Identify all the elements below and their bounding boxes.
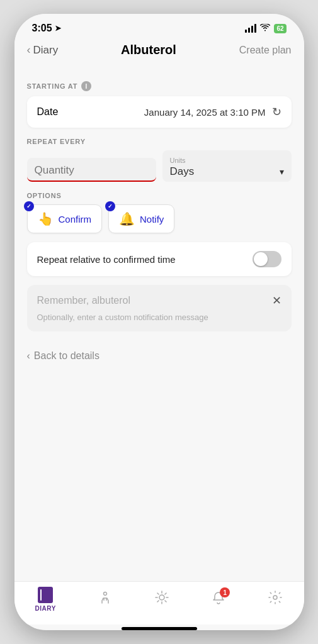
sun-icon <box>154 590 169 609</box>
units-value: Days <box>170 165 195 178</box>
location-arrow-icon: ➤ <box>55 24 61 33</box>
svg-line-7 <box>165 601 166 602</box>
nav-item-notifications[interactable]: 1 <box>211 590 226 609</box>
svg-point-0 <box>103 592 106 596</box>
repeat-relative-toggle-row: Repeat relative to confirmed time <box>27 242 292 276</box>
repeat-every-row: Units Days ▾ <box>27 150 292 182</box>
options-row: 👆 Confirm 🔔 Notify <box>27 204 292 233</box>
units-label: Units <box>170 157 284 164</box>
bottom-nav: DIARY <box>14 581 304 625</box>
svg-point-1 <box>159 595 164 600</box>
nav-diary-label: DIARY <box>35 605 56 612</box>
svg-line-6 <box>157 593 159 594</box>
repeat-every-label: REPEAT EVERY <box>27 138 292 145</box>
nav-item-diary[interactable]: DIARY <box>35 587 56 612</box>
repeat-relative-toggle[interactable] <box>253 251 281 267</box>
back-label: Diary <box>33 44 59 57</box>
svg-line-8 <box>157 601 159 602</box>
back-to-details-button[interactable]: ‹ Back to details <box>27 344 292 374</box>
notify-label: Notify <box>140 214 164 225</box>
options-label: OPTIONS <box>27 192 292 199</box>
page-title: Albuterol <box>121 43 176 57</box>
notification-placeholder: Remember, albuterol <box>37 295 131 306</box>
confirm-button[interactable]: 👆 Confirm <box>27 204 103 233</box>
date-value: January 14, 2025 at 3:10 PM <box>144 107 266 118</box>
starting-at-label: STARTING AT i <box>27 81 292 91</box>
create-plan-button[interactable]: Create plan <box>239 45 292 56</box>
nav-header: ‹ Diary Albuterol Create plan <box>14 38 304 65</box>
refresh-icon[interactable]: ↻ <box>272 105 281 119</box>
close-notification-button[interactable]: ✕ <box>272 294 281 308</box>
activity-icon <box>98 590 113 609</box>
notify-button[interactable]: 🔔 Notify <box>108 204 174 233</box>
date-card: Date January 14, 2025 at 3:10 PM ↻ <box>27 96 292 128</box>
notification-message-card: Remember, albuterol ✕ Optionally, enter … <box>27 285 292 331</box>
info-icon[interactable]: i <box>81 81 91 91</box>
chevron-down-icon: ▾ <box>280 167 284 177</box>
battery-icon: 62 <box>274 24 286 33</box>
main-content: STARTING AT i Date January 14, 2025 at 3… <box>14 65 304 581</box>
status-bar: 3:05 ➤ 62 <box>14 14 304 38</box>
back-details-chevron-icon: ‹ <box>27 350 30 362</box>
back-button[interactable]: ‹ Diary <box>27 43 59 57</box>
date-field-label: Date <box>37 106 59 118</box>
signal-icon <box>245 24 256 33</box>
quantity-input[interactable] <box>35 164 149 177</box>
toggle-label: Repeat relative to confirmed time <box>37 254 176 265</box>
diary-icon <box>38 587 53 603</box>
nav-item-activity[interactable] <box>98 590 113 609</box>
svg-point-10 <box>273 596 277 599</box>
status-time: 3:05 ➤ <box>32 23 61 34</box>
units-field[interactable]: Units Days ▾ <box>162 150 292 182</box>
home-indicator <box>122 627 197 630</box>
notification-hint: Optionally, enter a custom notification … <box>37 313 208 322</box>
confirm-check-icon <box>24 201 34 211</box>
back-to-details-label: Back to details <box>34 350 99 362</box>
bell-icon: 🔔 <box>119 211 135 226</box>
notification-badge: 1 <box>220 587 230 597</box>
confirm-label: Confirm <box>59 214 92 225</box>
status-icons: 62 <box>245 24 286 33</box>
nav-item-today[interactable] <box>154 590 169 609</box>
nav-item-settings[interactable] <box>268 590 283 609</box>
back-chevron-icon: ‹ <box>27 43 31 57</box>
gear-icon <box>268 590 283 609</box>
svg-line-9 <box>165 593 166 594</box>
quantity-field[interactable] <box>27 158 156 182</box>
wifi-icon <box>260 24 270 33</box>
notify-check-icon <box>105 201 115 211</box>
confirm-hand-icon: 👆 <box>38 211 54 226</box>
